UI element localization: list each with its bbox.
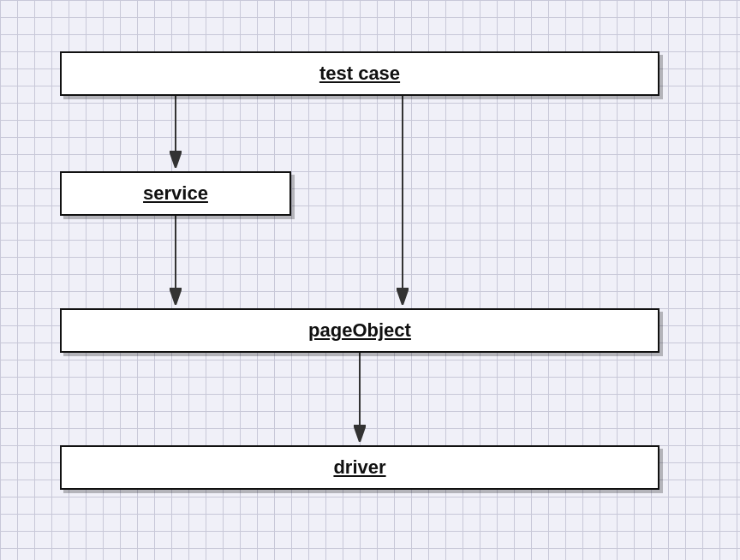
pageobject-box: pageObject: [60, 308, 659, 353]
diagram-container: test case service pageObject driver: [26, 26, 702, 539]
service-box: service: [60, 171, 291, 216]
driver-label: driver: [333, 456, 385, 479]
service-label: service: [143, 182, 208, 205]
testcase-label: test case: [319, 63, 400, 85]
driver-box: driver: [60, 445, 659, 490]
pageobject-label: pageObject: [308, 319, 411, 342]
testcase-box: test case: [60, 51, 659, 96]
